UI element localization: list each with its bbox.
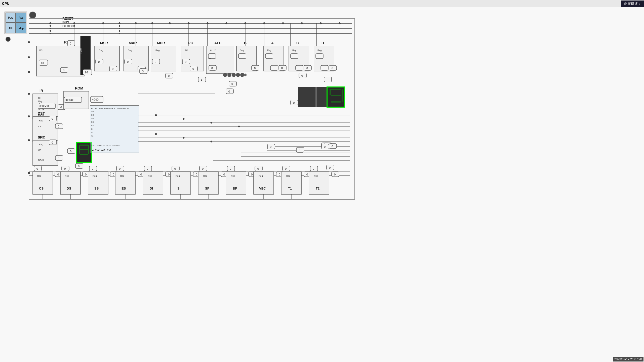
svg-text:SP: SP xyxy=(205,187,210,190)
svg-point-337 xyxy=(183,118,185,120)
svg-text:Reg: Reg xyxy=(292,49,297,52)
svg-text:0: 0 xyxy=(58,125,59,128)
svg-text:0: 0 xyxy=(127,60,129,63)
svg-text:0: 0 xyxy=(223,173,225,176)
svg-text:0: 0 xyxy=(211,67,213,70)
svg-text:Reg: Reg xyxy=(240,49,244,52)
svg-text:SRC: SRC xyxy=(38,135,45,139)
svg-text:0: 0 xyxy=(301,74,303,77)
svg-text:HLT MC MSR MARMDR PC  ALU PSWO: HLT MC MSR MARMDR PC ALU PSWOP xyxy=(91,107,129,110)
svg-text:Reg: Reg xyxy=(314,175,318,177)
svg-point-61 xyxy=(227,73,231,77)
svg-text:MC: MC xyxy=(39,49,43,52)
svg-text:CS: CS xyxy=(39,187,44,190)
svg-point-280 xyxy=(119,25,120,27)
svg-text:C: C xyxy=(296,41,299,45)
svg-rect-230 xyxy=(254,172,274,194)
svg-point-286 xyxy=(119,33,120,34)
svg-text:4040: 4040 xyxy=(92,98,99,102)
svg-point-339 xyxy=(238,126,240,127)
svg-rect-88 xyxy=(291,54,298,59)
svg-text:Reg: Reg xyxy=(99,49,103,52)
svg-text:0: 0 xyxy=(324,145,326,148)
svg-text:0: 0 xyxy=(60,106,62,109)
svg-text:SS: SS xyxy=(94,187,99,190)
svg-rect-209 xyxy=(171,172,191,194)
svg-point-266 xyxy=(320,22,322,24)
svg-text:0: 0 xyxy=(231,82,233,85)
svg-text:0: 0 xyxy=(174,167,176,170)
svg-text:0: 0 xyxy=(313,167,314,170)
svg-text:0: 0 xyxy=(202,167,204,170)
svg-point-264 xyxy=(282,22,284,24)
svg-rect-108 xyxy=(330,89,331,95)
svg-point-281 xyxy=(50,28,51,29)
svg-rect-102 xyxy=(298,87,316,107)
svg-point-62 xyxy=(232,73,236,77)
svg-point-261 xyxy=(225,22,227,24)
svg-text:84: 84 xyxy=(41,61,44,64)
svg-text:0: 0 xyxy=(270,145,271,148)
svg-point-60 xyxy=(223,73,227,77)
svg-text:ES: ES xyxy=(122,187,126,190)
svg-rect-101 xyxy=(324,77,332,82)
svg-text:T2: T2 xyxy=(91,135,94,137)
svg-text:0: 0 xyxy=(279,173,280,176)
svg-text:CP: CP xyxy=(38,149,42,151)
svg-text:DS: DS xyxy=(91,117,94,120)
svg-text:0: 0 xyxy=(52,141,53,144)
svg-rect-91 xyxy=(296,65,303,70)
svg-rect-181 xyxy=(60,172,80,194)
svg-rect-73 xyxy=(238,54,246,59)
svg-rect-107 xyxy=(331,101,341,103)
svg-rect-195 xyxy=(115,172,135,194)
svg-point-278 xyxy=(50,25,51,27)
svg-rect-158 xyxy=(88,149,89,154)
svg-text:MSR: MSR xyxy=(100,41,108,45)
svg-point-338 xyxy=(211,122,212,124)
svg-text:Reg: Reg xyxy=(37,175,42,177)
svg-text:CS: CS xyxy=(91,114,94,116)
svg-text:0: 0 xyxy=(299,149,300,152)
svg-text:0: 0 xyxy=(155,60,156,63)
svg-rect-100 xyxy=(321,65,328,70)
svg-text:MDR: MDR xyxy=(157,41,165,45)
svg-rect-156 xyxy=(88,145,89,149)
lecture-label: 正在讲述： xyxy=(624,2,641,6)
svg-text:ROM: ROM xyxy=(75,86,83,90)
svg-rect-152 xyxy=(80,145,88,146)
svg-text:0: 0 xyxy=(57,173,59,176)
svg-text:PS: PS xyxy=(208,57,211,60)
svg-point-64 xyxy=(240,73,244,77)
svg-text:RAM: RAM xyxy=(79,48,82,54)
svg-text:ALU: ALU xyxy=(214,41,222,45)
svg-text:3: 3 xyxy=(142,70,144,73)
svg-text:MAR: MAR xyxy=(129,41,137,45)
svg-text:Reg: Reg xyxy=(39,143,43,146)
svg-rect-155 xyxy=(79,145,80,149)
svg-text:PC: PC xyxy=(185,49,188,52)
svg-text:Reg: Reg xyxy=(93,175,97,177)
svg-rect-216 xyxy=(198,172,218,194)
svg-text:SI: SI xyxy=(177,187,180,190)
svg-point-342 xyxy=(211,141,212,143)
svg-text:0: 0 xyxy=(36,167,38,170)
svg-text:0: 0 xyxy=(92,167,93,170)
svg-text:Reg: Reg xyxy=(65,175,69,177)
svg-text:SS: SS xyxy=(91,121,94,123)
svg-text:0: 0 xyxy=(98,60,100,63)
svg-text:0: 0 xyxy=(293,101,295,104)
svg-rect-105 xyxy=(331,89,341,90)
svg-text:0: 0 xyxy=(281,67,283,70)
svg-text:Reg: Reg xyxy=(38,100,43,103)
svg-point-258 xyxy=(169,22,171,24)
svg-rect-84 xyxy=(270,65,278,70)
svg-text:84: 84 xyxy=(85,71,88,74)
circuit-area: Pow Res AIF Map RESET BUS CLOCK RAM RAM … xyxy=(0,7,644,362)
svg-rect-10 xyxy=(80,36,91,75)
svg-text:0000-00: 0000-00 xyxy=(39,105,49,108)
svg-text:0: 0 xyxy=(334,173,336,176)
svg-rect-153 xyxy=(80,149,88,150)
svg-point-341 xyxy=(183,137,185,139)
svg-text:0: 0 xyxy=(63,69,64,72)
